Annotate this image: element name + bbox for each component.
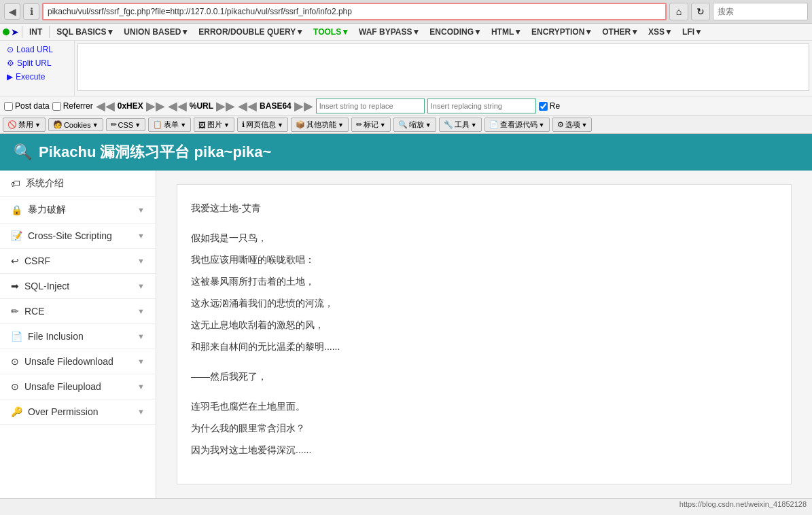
chevron-down-icon: ▼ [471, 122, 477, 128]
re-checkbox[interactable] [539, 102, 548, 111]
status-bar: https://blog.csdn.net/weixin_41852128 [0, 498, 812, 510]
css-button[interactable]: ✏ CSS ▼ [106, 118, 146, 131]
hackbar-side-panel: ⊙ Load URL ⚙ Split URL ▶ Execute [0, 41, 75, 96]
chevron-down-icon: ▼ [180, 122, 186, 128]
search-input[interactable] [713, 3, 808, 20]
right-arrow3-icon: ▶▶ [294, 99, 313, 113]
hackbar-menu-other[interactable]: OTHER▼ [598, 25, 643, 39]
sidebar-item-file-incl[interactable]: 📄 File Inclusion ▼ [0, 324, 156, 349]
chevron-down-icon: ▼ [92, 122, 99, 128]
refresh-button[interactable]: ↻ [691, 3, 710, 20]
tools-button[interactable]: 🔧 工具 ▼ [439, 118, 482, 132]
execute-button[interactable]: ▶ Execute [4, 71, 70, 83]
sidebar-item-label: 暴力破解 [28, 204, 66, 216]
main-content: 我爱这土地-艾青 假如我是一只鸟， 我也应该用嘶哑的喉咙歌唱： 这被暴风雨所打击… [156, 171, 812, 498]
poem-line: 因为我对这土地爱得深沉...... [191, 440, 777, 459]
left-arrow-icon: ◀◀ [96, 99, 115, 113]
hackbar-menu-sql[interactable]: SQL BASICS▼ [52, 25, 118, 39]
file-incl-icon: 📄 [11, 331, 22, 342]
images-icon: 🖼 [198, 121, 206, 129]
right-arrow-icon: ▶▶ [146, 99, 165, 113]
sidebar-item-label: Unsafe Filedownload [24, 356, 113, 367]
hackbar-options: Post data Referrer ◀◀ 0xHEX ▶▶ ◀◀ %URL ▶… [0, 96, 812, 116]
xss-icon: 📝 [11, 230, 22, 241]
sidebar-item-intro[interactable]: 🏷 系统介绍 [0, 171, 156, 197]
info-icon: ℹ [242, 120, 245, 129]
sidebar-item-label: Unsafe Fileupload [24, 381, 101, 392]
poem-stanza1: 假如我是一只鸟， 我也应该用嘶哑的喉咙歌唱： 这被暴风雨所打击着的土地， 这永远… [191, 228, 777, 356]
load-url-button[interactable]: ⊙ Load URL [4, 43, 70, 56]
re-check[interactable]: Re [539, 101, 560, 111]
post-data-check[interactable]: Post data [4, 101, 50, 111]
status-text: https://blog.csdn.net/weixin_41852128 [679, 500, 807, 508]
referrer-checkbox[interactable] [52, 102, 61, 111]
poem-line: 这无止息地吹刮着的激怒的风， [191, 315, 777, 334]
pcturl-label: %URL [190, 101, 213, 111]
hackbar-menu-error[interactable]: ERROR/DOUBLE QUERY▼ [194, 25, 308, 39]
tag-icon: 🏷 [11, 178, 20, 189]
tools-icon: 🔧 [444, 120, 453, 129]
sidebar-item-csrf[interactable]: ↩ CSRF ▼ [0, 249, 156, 274]
sidebar-item-overperm[interactable]: 🔑 Over Permission ▼ [0, 399, 156, 425]
sidebar-item-label: File Inclusion [28, 331, 84, 342]
disable-icon: 🚫 [7, 120, 17, 129]
hackbar-main: ⊙ Load URL ⚙ Split URL ▶ Execute [0, 41, 812, 96]
page-title: Pikachu 漏洞练习平台 pika~pika~ [39, 142, 271, 162]
disable-button[interactable]: 🚫 禁用 ▼ [3, 118, 46, 132]
address-bar[interactable] [42, 3, 667, 20]
sidebar-item-xss[interactable]: 📝 Cross-Site Scripting ▼ [0, 224, 156, 249]
hackbar-menu-encoding[interactable]: ENCODING▼ [425, 25, 486, 39]
cookies-button[interactable]: 🧑 Cookies ▼ [48, 118, 103, 131]
hackbar-menu-xss[interactable]: XSS▼ [644, 25, 677, 39]
forms-button[interactable]: 📋 表单 ▼ [148, 118, 191, 132]
load-icon: ⊙ [7, 45, 14, 54]
sidebar-item-label: Over Permission [28, 406, 98, 417]
back-button[interactable]: ◀ [4, 3, 20, 20]
hackbar-menu-union[interactable]: UNION BASED▼ [120, 25, 193, 39]
sidebar-item-fileup[interactable]: ⊙ Unsafe Fileupload ▼ [0, 374, 156, 399]
sidebar-item-brute[interactable]: 🔒 暴力破解 ▼ [0, 197, 156, 224]
hackbar-menu-lfi[interactable]: LFI▼ [678, 25, 707, 39]
mark-button[interactable]: ✏ 标记 ▼ [351, 118, 391, 132]
left-arrow2-icon: ◀◀ [168, 99, 187, 113]
page-header: 🔍 Pikachu 漏洞练习平台 pika~pika~ [0, 134, 812, 171]
hackbar-menu-html[interactable]: HTML▼ [487, 25, 526, 39]
images-button[interactable]: 🖼 图片 ▼ [194, 118, 234, 132]
split-url-button[interactable]: ⚙ Split URL [4, 57, 70, 69]
insert-string-input[interactable] [316, 99, 425, 113]
hackbar-menu-tools[interactable]: TOOLS▼ [309, 25, 353, 39]
css-icon: ✏ [111, 120, 117, 129]
base64-label: BASE64 [260, 101, 292, 111]
poem-line: 为什么我的眼里常含泪水？ [191, 419, 777, 438]
browser-chrome: ◀ ℹ ⌂ ↻ [0, 0, 812, 24]
chevron-down-icon: ▼ [137, 357, 145, 366]
source-icon: 📄 [489, 120, 499, 129]
sidebar-item-sqli[interactable]: ➡ SQL-Inject ▼ [0, 274, 156, 299]
mark-icon: ✏ [356, 120, 362, 129]
zoom-button[interactable]: 🔍 缩放 ▼ [393, 118, 436, 132]
post-data-checkbox[interactable] [4, 102, 13, 111]
rce-icon: ✏ [11, 306, 19, 317]
hackbar-textarea[interactable] [77, 43, 809, 91]
hackbar-menu-encryption[interactable]: ENCRYPTION▼ [527, 25, 597, 39]
info-button[interactable]: ℹ [23, 3, 39, 20]
separator [22, 26, 22, 38]
referrer-check[interactable]: Referrer [52, 101, 93, 111]
source-button[interactable]: 📄 查看源代码 ▼ [484, 118, 550, 132]
zoom-icon: 🔍 [398, 120, 408, 129]
info-button[interactable]: ℹ 网页信息 ▼ [237, 118, 288, 132]
sidebar-item-filedown[interactable]: ⊙ Unsafe Filedownload ▼ [0, 349, 156, 374]
sidebar-item-label: RCE [24, 306, 45, 317]
insert-replacing-input[interactable] [427, 99, 536, 113]
sidebar-item-rce[interactable]: ✏ RCE ▼ [0, 299, 156, 324]
poem-title: 我爱这土地-艾青 [191, 198, 777, 217]
hackbar-menu-waf[interactable]: WAF BYPASS▼ [355, 25, 424, 39]
poem-stanza3: 连羽毛也腐烂在土地里面。 为什么我的眼里常含泪水？ 因为我对这土地爱得深沉...… [191, 397, 777, 459]
home-button[interactable]: ⌂ [669, 3, 688, 20]
hackbar-menu-int[interactable]: INT [25, 25, 46, 39]
options-button[interactable]: ⚙ 选项 ▼ [552, 118, 593, 132]
chevron-down-icon: ▼ [425, 122, 431, 128]
poem-line: 我也应该用嘶哑的喉咙歌唱： [191, 250, 777, 269]
hackbar: ➤ INT SQL BASICS▼ UNION BASED▼ ERROR/DOU… [0, 24, 812, 116]
other-button[interactable]: 📦 其他功能 ▼ [291, 118, 349, 132]
